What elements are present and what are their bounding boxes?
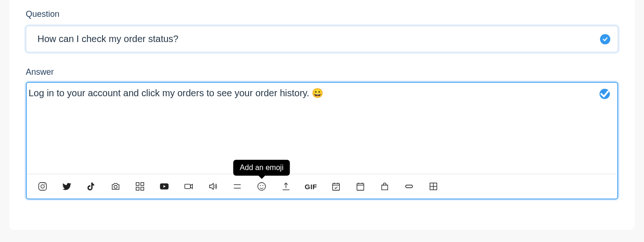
- pill-icon[interactable]: [403, 181, 415, 192]
- svg-rect-29: [405, 185, 412, 188]
- svg-rect-15: [332, 184, 339, 191]
- question-valid-icon: [600, 34, 610, 44]
- emoji-icon[interactable]: Add an emoji: [256, 181, 267, 192]
- store-icon[interactable]: [379, 181, 390, 192]
- form-card: Question Answer Log in to your account a…: [9, 0, 635, 230]
- upload-icon[interactable]: [280, 181, 292, 192]
- svg-rect-6: [136, 187, 139, 190]
- editor-toolbar: Add an emoji GIF: [27, 174, 617, 199]
- svg-rect-19: [357, 184, 364, 191]
- svg-point-2: [44, 184, 45, 185]
- audio-icon[interactable]: [207, 181, 219, 192]
- answer-content: Log in to your account and click my orde…: [29, 88, 312, 98]
- emoji-tooltip: Add an emoji: [233, 160, 290, 176]
- svg-point-13: [260, 185, 261, 186]
- svg-point-12: [258, 183, 266, 191]
- calendar-icon[interactable]: [355, 181, 366, 192]
- answer-textarea[interactable]: Log in to your account and click my orde…: [27, 83, 617, 174]
- svg-point-1: [41, 185, 44, 188]
- answer-emoji: 😀: [312, 88, 323, 98]
- svg-point-3: [114, 185, 117, 188]
- grid-icon[interactable]: [428, 181, 439, 192]
- event-icon[interactable]: [330, 181, 342, 192]
- instagram-icon[interactable]: [37, 181, 48, 192]
- gallery-icon[interactable]: [134, 181, 146, 192]
- camera-icon[interactable]: [110, 181, 121, 192]
- answer-label: Answer: [26, 67, 618, 77]
- question-field-wrap: [26, 26, 618, 52]
- answer-valid-icon: [600, 89, 610, 99]
- twitter-icon[interactable]: [61, 181, 73, 192]
- youtube-icon[interactable]: [159, 181, 170, 192]
- svg-rect-9: [185, 184, 190, 188]
- answer-field-wrap: Log in to your account and click my orde…: [26, 82, 618, 199]
- svg-rect-0: [39, 183, 47, 191]
- tiktok-icon[interactable]: [86, 181, 97, 192]
- spacer-icon[interactable]: [232, 181, 243, 192]
- svg-point-14: [263, 185, 263, 186]
- question-label: Question: [26, 9, 618, 19]
- svg-rect-5: [141, 183, 144, 185]
- gif-icon[interactable]: GIF: [305, 181, 317, 192]
- question-input[interactable]: [26, 26, 618, 52]
- video-icon[interactable]: [183, 181, 194, 192]
- svg-rect-7: [141, 187, 144, 190]
- svg-rect-4: [136, 183, 139, 185]
